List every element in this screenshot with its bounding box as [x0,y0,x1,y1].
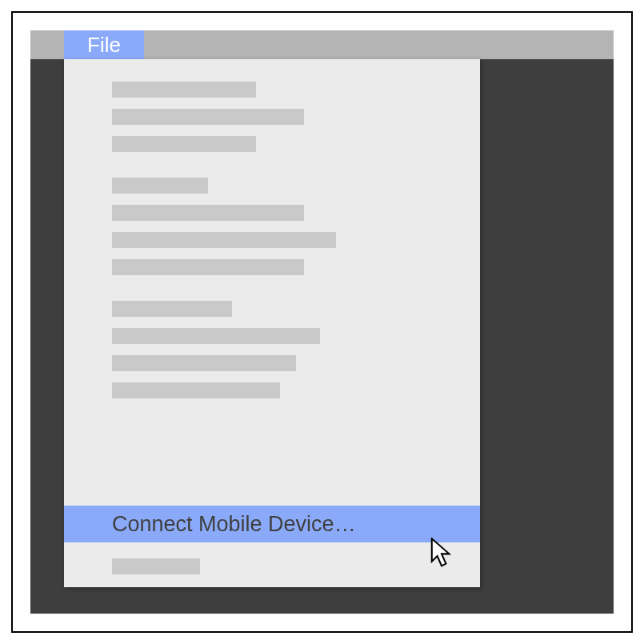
menu-item-placeholder[interactable] [112,205,304,221]
menu-item-label: Connect Mobile Device… [112,512,356,537]
menu-item-placeholder[interactable] [112,82,256,98]
menu-item-placeholder[interactable] [112,109,304,125]
menu-item-placeholder[interactable] [112,259,304,275]
menu-item-placeholder[interactable] [112,301,232,317]
menu-item-placeholder[interactable] [112,355,296,371]
menu-group [112,301,480,398]
menu-item-placeholder[interactable] [112,232,336,248]
window-frame: File Connect Mobile Device… [11,11,633,633]
menu-group [112,178,480,275]
menu-item-placeholder[interactable] [112,136,256,152]
menu-item-placeholder[interactable] [112,382,280,398]
menu-item-connect-mobile-device[interactable]: Connect Mobile Device… [64,506,480,542]
file-dropdown-menu: Connect Mobile Device… [64,59,480,587]
dropdown-content [64,59,480,398]
menu-item-placeholder[interactable] [112,558,200,574]
menubar: File [30,30,614,59]
menu-group [112,82,480,152]
menu-item-placeholder[interactable] [112,178,208,194]
menubar-item-file[interactable]: File [64,30,144,59]
menu-item-placeholder[interactable] [112,328,320,344]
